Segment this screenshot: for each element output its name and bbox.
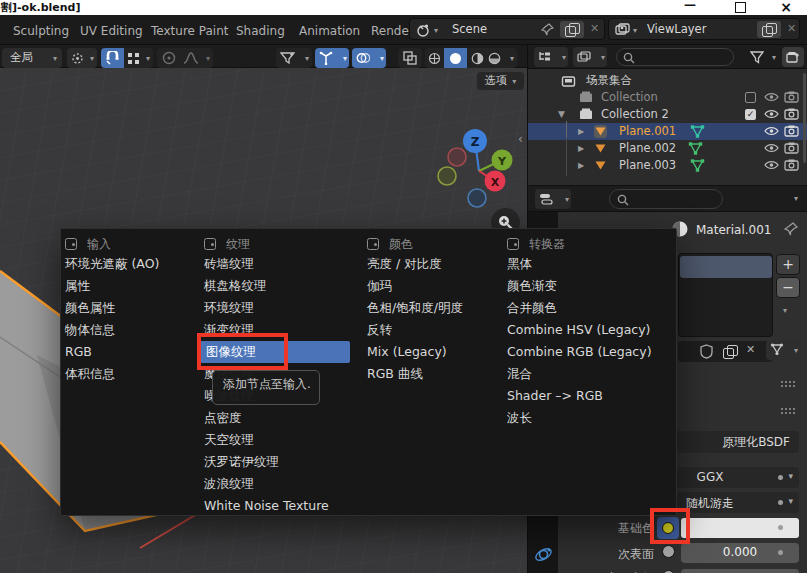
outliner-row-plane-001[interactable]: ▶ Plane.001 [528, 123, 807, 140]
options-dropdown[interactable]: 选项 ▾ [477, 72, 524, 90]
menu-item-color-ramp[interactable]: 颜色渐变 [507, 275, 557, 297]
menu-item-bright-contrast[interactable]: 亮度 / 对比度 [367, 253, 442, 275]
outliner-scrollbar[interactable] [803, 73, 806, 163]
slot-specials-arrow[interactable]: ▾ [783, 306, 787, 315]
tab-animation[interactable]: Animation [299, 22, 360, 40]
menu-item-white-noise-texture[interactable]: White Noise Texture [204, 495, 329, 517]
scene-new-copy-button[interactable] [560, 21, 584, 38]
menu-item-point-density[interactable]: 点密度 [204, 407, 242, 429]
menu-item-mix[interactable]: 混合 [507, 363, 532, 385]
shading-dropdown-arrow[interactable]: ▾ [510, 54, 514, 63]
xray-toggle[interactable] [398, 48, 422, 68]
disclosure-open-icon[interactable]: ▼ [558, 106, 565, 123]
gizmos-toggle-dropdown[interactable]: ▾ [315, 48, 349, 68]
viewlayer-new-copy-button[interactable] [757, 21, 781, 38]
menu-item-voronoi-texture[interactable]: 沃罗诺伊纹理 [204, 451, 279, 473]
properties-display-dropdown[interactable]: ▾ [535, 189, 571, 209]
outliner-row-scene-collection[interactable]: 场景集合 [528, 72, 807, 89]
remove-slot-button[interactable]: − [776, 277, 800, 298]
tab-uv-editing[interactable]: UV Editing [80, 22, 143, 40]
show-gizmo-visibility-dropdown[interactable]: ▾ [276, 48, 312, 68]
menu-item-rgb-curves[interactable]: RGB 曲线 [367, 363, 423, 385]
minimize-button[interactable]: — [683, 0, 697, 12]
disclosure-closed-icon[interactable]: ▶ [578, 157, 584, 174]
scene-unlink-button[interactable]: ✕ [590, 22, 599, 35]
shading-rendered-icon[interactable] [488, 52, 501, 65]
menu-item-color-attribute[interactable]: 颜色属性 [65, 297, 115, 319]
snap-target-icon[interactable] [128, 53, 139, 64]
viewlayer-remove-button[interactable]: ✕ [787, 22, 796, 35]
proportional-editing-icon[interactable] [162, 51, 176, 65]
outliner-search-input[interactable] [616, 48, 734, 66]
shading-material-icon[interactable] [471, 52, 484, 65]
eye-icon[interactable] [764, 125, 779, 137]
snap-toggle[interactable] [101, 48, 124, 68]
collection-exclude-checkbox[interactable]: ✓ [745, 109, 756, 120]
panel-grip[interactable] [780, 380, 796, 387]
camera-icon[interactable] [784, 142, 799, 154]
animate-dot[interactable] [778, 525, 783, 530]
collection-exclude-checkbox[interactable] [745, 92, 756, 103]
new-collection-button[interactable] [782, 47, 804, 67]
camera-icon[interactable] [784, 108, 799, 120]
navigation-gizmo[interactable]: Z Y X [432, 118, 527, 213]
material-slot-selected[interactable] [680, 256, 772, 278]
menu-item-rgb[interactable]: RGB [65, 341, 92, 363]
camera-icon[interactable] [784, 91, 799, 103]
outliner-filter-id-dropdown[interactable]: ▾ [573, 47, 607, 67]
overlays-toggle-dropdown[interactable]: ▾ [352, 48, 386, 68]
outliner-row-plane-003[interactable]: ▶ Plane.003 [528, 157, 807, 174]
menu-item-attribute[interactable]: 属性 [65, 275, 90, 297]
menu-item-hue-saturation[interactable]: 色相/饱和度/明度 [367, 297, 463, 319]
viewlayer-selector[interactable]: ▾ ViewLayer ✕ [608, 18, 800, 40]
shading-wireframe-icon[interactable] [428, 52, 441, 65]
menu-item-wavelength[interactable]: 波长 [507, 407, 532, 429]
eye-icon[interactable] [764, 159, 779, 171]
eye-icon[interactable] [764, 108, 779, 120]
pivot-point-dropdown[interactable]: ▾ [67, 48, 97, 68]
material-name-field[interactable]: ✕ [678, 341, 773, 362]
menu-item-brick-texture[interactable]: 砖墙纹理 [204, 253, 254, 275]
menu-item-sky-texture[interactable]: 天空纹理 [204, 429, 254, 451]
properties-options-arrow[interactable]: ▾ [794, 194, 798, 203]
outliner-row-collection[interactable]: Collection [528, 89, 807, 106]
menu-item-combine-hsv-legacy[interactable]: Combine HSV (Legacy) [507, 319, 650, 341]
menu-item-volume-info[interactable]: 体积信息 [65, 363, 115, 385]
menu-item-shader-to-rgb[interactable]: Shader –> RGB [507, 385, 603, 407]
menu-item-blackbody[interactable]: 黑体 [507, 253, 532, 275]
pin-icon[interactable] [784, 222, 798, 236]
properties-search-input[interactable] [609, 189, 723, 209]
falloff-curve-icon[interactable] [183, 52, 199, 64]
outliner-display-mode-dropdown[interactable]: ▾ [534, 47, 568, 67]
menu-item-object-info[interactable]: 物体信息 [65, 319, 115, 341]
tab-texture-paint[interactable]: Texture Paint [151, 22, 228, 40]
snap-dropdown-arrow[interactable]: ▾ [146, 54, 150, 63]
outliner-row-collection-2[interactable]: ▼ Collection 2 ✓ [528, 106, 807, 123]
falloff-dropdown-arrow[interactable]: ▾ [206, 54, 210, 63]
sidebar-collapse-arrow[interactable]: ‹ [518, 132, 523, 146]
camera-icon[interactable] [784, 159, 799, 171]
scene-selector[interactable]: ▾ Scene ✕ [409, 18, 605, 40]
physics-tab-icon[interactable] [534, 545, 553, 564]
menu-item-checker-texture[interactable]: 棋盘格纹理 [204, 275, 267, 297]
outliner-row-plane-002[interactable]: ▶ Plane.002 [528, 140, 807, 157]
menu-item-combine-rgb-legacy[interactable]: Combine RGB (Legacy) [507, 341, 652, 363]
material-slot-list[interactable] [678, 253, 773, 337]
subsurface-radius-field[interactable]: 1.000 [681, 569, 799, 573]
shading-solid-button[interactable] [444, 48, 467, 68]
add-slot-button[interactable]: + [776, 254, 800, 275]
menu-item-environment-texture[interactable]: 环境纹理 [204, 297, 254, 319]
pin-icon[interactable] [541, 23, 554, 36]
menu-item-ambient-occlusion[interactable]: 环境光遮蔽 (AO) [65, 253, 159, 275]
material-specials-dropdown[interactable]: ▾ [766, 340, 800, 360]
animate-dot[interactable] [778, 475, 783, 480]
close-button[interactable]: × [779, 0, 793, 14]
tab-sculpting[interactable]: Sculpting [13, 22, 69, 40]
fake-user-shield-icon[interactable] [700, 344, 713, 359]
disclosure-closed-icon[interactable]: ▶ [578, 123, 584, 140]
eye-icon[interactable] [764, 91, 779, 103]
camera-icon[interactable] [784, 125, 799, 137]
menu-item-wave-texture[interactable]: 波浪纹理 [204, 473, 254, 495]
unlink-material-icon[interactable]: ✕ [746, 343, 755, 356]
menu-item-gamma[interactable]: 伽玛 [367, 275, 392, 297]
